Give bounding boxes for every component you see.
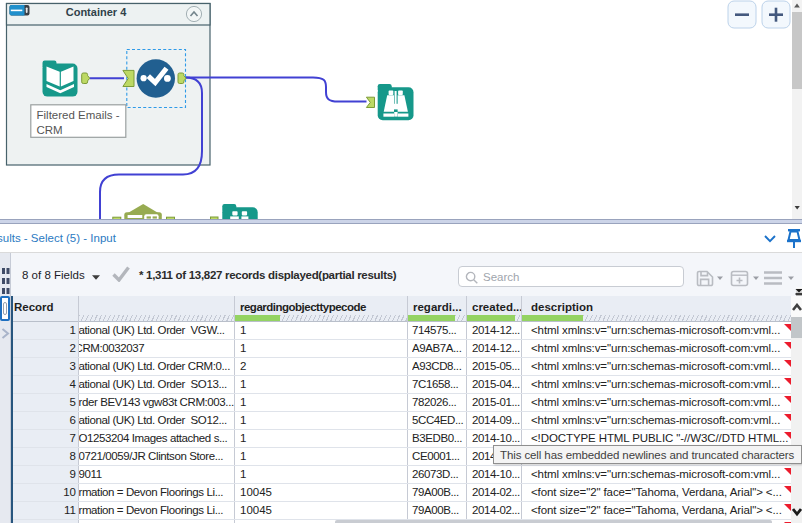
svg-text:CRM: CRM xyxy=(37,124,63,136)
svg-text:Filtered Emails -: Filtered Emails - xyxy=(37,109,120,121)
svg-text:Container 4: Container 4 xyxy=(66,6,127,18)
